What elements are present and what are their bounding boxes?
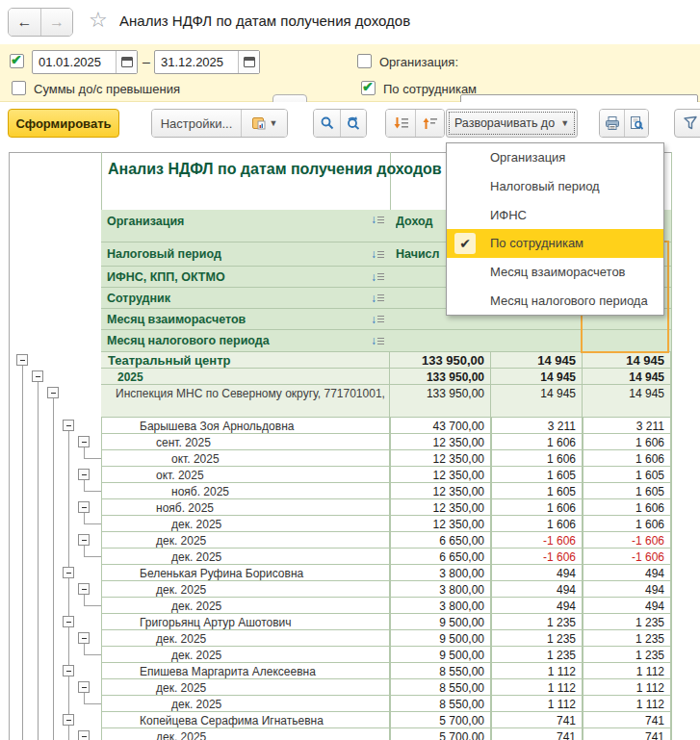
table-row[interactable]: Театральный центр133 950,0014 94514 945: [9, 352, 671, 369]
settings-button[interactable]: Настройки...: [152, 110, 241, 137]
tree-gutter[interactable]: [9, 352, 101, 740]
row-value: 1 112: [491, 696, 583, 712]
forward-arrow-icon: →: [49, 13, 65, 31]
row-header-6[interactable]: Месяц налогового периода↓: [101, 330, 391, 352]
table-row[interactable]: дек. 20258 550,001 1121 112: [9, 696, 671, 712]
sort-icon[interactable]: ↓: [371, 336, 384, 345]
row-label: нояб. 2025: [101, 483, 390, 499]
row-label: дек. 2025: [101, 728, 390, 740]
row-value: 494: [491, 565, 583, 581]
date-from-field[interactable]: 01.01.2025: [32, 50, 138, 74]
row-value: 133 950,00: [390, 352, 491, 369]
table-row[interactable]: Григорьянц Артур Ашотович9 500,001 2351 …: [9, 614, 671, 630]
sums-checkbox[interactable]: [12, 81, 26, 95]
table-row[interactable]: дек. 20259 500,001 2351 235: [9, 647, 671, 663]
table-row[interactable]: дек. 20258 550,001 1121 112: [9, 679, 671, 696]
sort-icon[interactable]: ↓: [371, 249, 384, 259]
table-row[interactable]: нояб. 202512 350,001 6051 605: [9, 483, 671, 499]
row-value: 1 112: [583, 663, 671, 679]
sums-label: Суммы до/с превышения: [34, 82, 180, 96]
sort-icon[interactable]: ↓: [371, 293, 384, 303]
value-col-header-cell[interactable]: [390, 330, 492, 352]
row-value: 8 550,00: [390, 663, 491, 679]
row-header-1[interactable]: Организация↓: [101, 210, 391, 242]
menu-item-месяц-взаиморасчетов[interactable]: Месяц взаиморасчетов: [447, 258, 663, 287]
print-preview-button[interactable]: [624, 110, 648, 137]
menu-item-label: ИФНС: [490, 208, 527, 222]
favorite-star-icon[interactable]: ☆: [89, 8, 108, 33]
row-value: 3 211: [583, 418, 671, 434]
back-button[interactable]: ←: [9, 9, 40, 36]
table-row[interactable]: дек. 20253 800,00494494: [9, 581, 671, 598]
expand-to-label: Разворачивать до: [454, 116, 555, 130]
table-row[interactable]: Беленькая Руфина Борисовна3 800,00494494: [9, 565, 671, 581]
expand-groups-button[interactable]: [386, 110, 415, 137]
row-label: дек. 2025: [101, 630, 390, 647]
row-value: 12 350,00: [390, 434, 491, 450]
row-value: 1 606: [491, 434, 583, 450]
report-variants-button[interactable]: ▼: [241, 110, 287, 137]
table-row[interactable]: сент. 202512 350,001 6061 606: [9, 434, 671, 450]
print-button[interactable]: [600, 110, 624, 137]
row-value: 1 605: [583, 483, 671, 499]
row-value: 1 112: [583, 679, 671, 696]
expand-to-button[interactable]: Разворачивать до ▼: [446, 109, 578, 138]
organization-label: Организация:: [379, 55, 458, 69]
menu-item-месяц-налогового-периода[interactable]: Месяц налогового периода: [447, 286, 663, 315]
row-label: дек. 2025: [101, 549, 390, 565]
date-to-field[interactable]: 31.12.2025: [154, 50, 260, 74]
collapse-groups-icon: [422, 115, 438, 131]
app-window: ← → ☆ Анализ НДФЛ по датам получения дох…: [0, 0, 700, 740]
sort-icon[interactable]: ↓: [371, 272, 384, 282]
forward-button[interactable]: →: [40, 9, 72, 36]
row-label: окт. 2025: [101, 467, 390, 483]
sort-icon[interactable]: ↓: [371, 215, 384, 224]
table-row[interactable]: окт. 202512 350,001 6051 605: [9, 467, 671, 483]
row-header-2[interactable]: Налоговый период↓: [101, 242, 391, 267]
organization-checkbox[interactable]: [357, 54, 372, 68]
row-value: -1 606: [491, 549, 583, 565]
filter-button[interactable]: [674, 109, 700, 138]
menu-item-label: Налоговый период: [490, 179, 600, 193]
table-row[interactable]: дек. 20255 700,00741741: [9, 728, 671, 740]
calendar-icon: [121, 57, 133, 67]
table-row[interactable]: дек. 20259 500,001 2351 235: [9, 630, 671, 647]
by-employees-checkbox[interactable]: [361, 81, 376, 95]
value-col-header-cell[interactable]: [491, 330, 583, 352]
menu-item-ифнс[interactable]: ИФНС: [447, 200, 663, 229]
row-value: 741: [583, 712, 671, 728]
table-row[interactable]: Копейцева Серафима Игнатьевна5 700,00741…: [9, 712, 671, 728]
table-row[interactable]: дек. 20256 650,00-1 606-1 606: [9, 549, 671, 565]
row-header-5[interactable]: Месяц взаиморасчетов↓: [101, 309, 391, 330]
menu-item-label: Организация: [490, 150, 565, 165]
row-value: 1 235: [491, 630, 583, 647]
period-checkbox[interactable]: [10, 54, 24, 68]
menu-item-по-сотрудникам[interactable]: ✔По сотрудникам: [447, 229, 663, 258]
search-group: [313, 109, 367, 138]
calendar-button[interactable]: [116, 51, 137, 73]
row-value: 494: [491, 598, 583, 614]
table-row[interactable]: Епишева Маргарита Алексеевна8 550,001 11…: [9, 663, 671, 679]
row-value: 1 605: [491, 467, 583, 483]
generate-button[interactable]: Сформировать: [8, 109, 119, 138]
table-row[interactable]: Инспекция МНС по Северному округу, 77170…: [9, 385, 671, 418]
menu-item-label: По сотрудникам: [490, 236, 583, 250]
menu-item-налоговый-период[interactable]: Налоговый период: [447, 172, 663, 201]
table-row[interactable]: Барышева Зоя Арнольдовна43 700,003 2113 …: [9, 418, 671, 434]
search-button[interactable]: [314, 110, 340, 137]
sort-icon[interactable]: ↓: [371, 315, 384, 324]
table-row[interactable]: 2025133 950,0014 94514 945: [9, 369, 671, 385]
search-next-button[interactable]: [340, 110, 366, 137]
table-row[interactable]: дек. 202512 350,001 6061 606: [9, 516, 671, 532]
row-header-4[interactable]: Сотрудник↓: [101, 288, 391, 309]
table-row[interactable]: дек. 20256 650,00-1 606-1 606: [9, 532, 671, 549]
table-row[interactable]: дек. 20253 800,00494494: [9, 598, 671, 614]
row-header-3[interactable]: ИФНС, КПП, ОКТМО↓: [101, 267, 391, 288]
report-toolbar: Сформировать Настройки... ▼: [0, 102, 700, 144]
collapse-groups-button[interactable]: [415, 110, 444, 137]
menu-item-организация[interactable]: Организация: [447, 143, 663, 172]
row-label: Инспекция МНС по Северному округу, 77170…: [101, 385, 390, 418]
calendar-button[interactable]: [238, 51, 259, 73]
table-row[interactable]: нояб. 202512 350,001 6061 606: [9, 499, 671, 516]
table-row[interactable]: окт. 202512 350,001 6061 606: [9, 450, 671, 467]
